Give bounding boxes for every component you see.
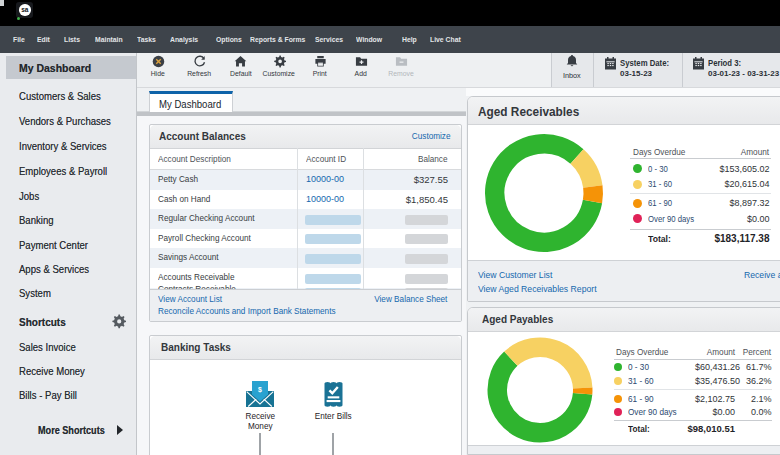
svg-text:$: $ [258, 386, 262, 394]
